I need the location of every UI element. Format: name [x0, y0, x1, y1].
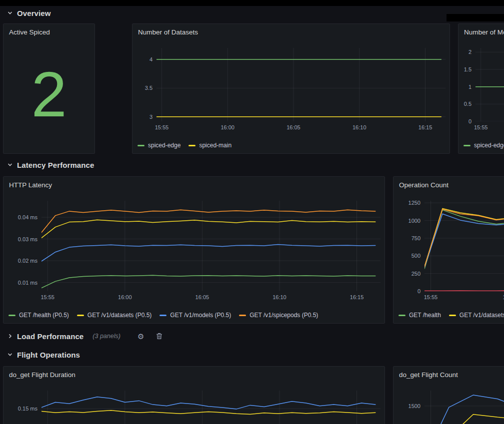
chart-operation-count[interactable]: 02505007501000125015:5516:0016:0516:1016…	[398, 201, 504, 302]
y-axis-label: 250	[398, 270, 420, 277]
stat-value: 2	[4, 41, 94, 147]
panel-active-spiced: Active Spiced 2	[3, 23, 95, 154]
legend-series-label: spiced-edge	[474, 142, 504, 149]
y-axis-label: 1500	[398, 403, 420, 410]
legend-series-color	[449, 315, 456, 316]
legend-series-label: GET /health (P0.5)	[19, 312, 69, 319]
legend-item[interactable]: GET /health	[398, 312, 441, 319]
panel-do-get-flight-count: do_get Flight Count 150015:5516:0016:051…	[393, 366, 504, 424]
legend-series-color	[464, 145, 470, 146]
series-line	[42, 275, 376, 288]
trash-icon[interactable]	[156, 333, 162, 340]
series-line	[424, 415, 504, 424]
legend-series-color	[398, 315, 406, 316]
y-axis-label: 1.5	[462, 66, 472, 73]
y-axis-label: 0.02 ms	[8, 257, 38, 264]
section-panel-count: (3 panels)	[92, 333, 120, 340]
section-row-overview[interactable]: Overview	[7, 7, 51, 19]
chart-legend: spiced-edgespiced-main	[138, 141, 448, 150]
series-line	[42, 397, 376, 409]
section-title: Overview	[17, 9, 51, 17]
chart-do-get-flight-count[interactable]: 150015:5516:0016:0516:1016:15	[398, 391, 504, 424]
chart-legend: GET /healthGET /v1/datasets	[398, 311, 504, 320]
x-axis-label: 15:55	[36, 294, 58, 301]
x-axis-label: 16:15	[414, 124, 436, 131]
section-row-flight-operations[interactable]: Flight Operations	[7, 349, 80, 361]
panel-title[interactable]: HTTP Latency	[4, 177, 384, 189]
y-axis-label: 3	[136, 113, 152, 120]
legend-item[interactable]: spiced-edge	[464, 142, 504, 149]
panel-title[interactable]: do_get Flight Count	[394, 367, 504, 379]
panel-http-latency: HTTP Latency 0.01 ms0.02 ms0.03 ms0.04 m…	[3, 176, 385, 324]
panel-number-of-models: Number of Models 00.511.5215:5516:0016:0…	[458, 23, 504, 154]
chart-do-get-flight-duration[interactable]: 0.15 ms15:5516:0016:0516:1016:15	[8, 391, 380, 424]
plot-area[interactable]	[476, 48, 504, 121]
panel-title[interactable]: do_get Flight Duration	[4, 367, 384, 379]
chevron-down-icon	[7, 352, 13, 358]
panel-do-get-flight-duration: do_get Flight Duration 0.15 ms15:5516:00…	[3, 366, 385, 424]
y-axis-label: 4	[136, 56, 152, 63]
plot-area[interactable]	[424, 201, 504, 291]
x-axis-label: 16:00	[498, 294, 504, 301]
chart-legend: GET /health (P0.5)GET /v1/datasets (P0.5…	[8, 311, 382, 320]
legend-item[interactable]: spiced-main	[188, 142, 232, 149]
chart-http-latency[interactable]: 0.01 ms0.02 ms0.03 ms0.04 ms15:5516:0016…	[8, 201, 380, 302]
gear-icon[interactable]: ⚙	[138, 333, 144, 340]
series-line	[42, 411, 376, 415]
x-axis-label: 15:55	[420, 294, 442, 301]
y-axis-label: 0.15 ms	[8, 405, 38, 412]
legend-series-label: spiced-main	[199, 142, 232, 149]
x-axis-label: 16:00	[114, 294, 136, 301]
section-row-load-performance[interactable]: Load Performance (3 panels) ⚙	[7, 330, 162, 342]
grafana-dashboard: Overview Active Spiced 2 Number of Datas…	[0, 0, 504, 424]
legend-series-label: GET /v1/models (P0.5)	[170, 312, 231, 319]
y-axis-label: 2	[462, 48, 472, 55]
section-title: Load Performance	[17, 332, 84, 341]
legend-series-color	[239, 315, 246, 316]
y-axis-label: 750	[398, 235, 420, 242]
y-axis-label: 0.03 ms	[8, 236, 38, 243]
series-line	[42, 220, 376, 238]
chart-number-of-datasets[interactable]: 33.5415:5516:0016:0516:1016:15	[136, 48, 446, 132]
chart-number-of-models[interactable]: 00.511.5215:5516:0016:0516:1016:15	[462, 48, 504, 132]
legend-series-label: spiced-edge	[148, 142, 180, 149]
legend-series-label: GET /health	[409, 312, 441, 319]
section-title: Flight Operations	[17, 351, 80, 359]
legend-item[interactable]: GET /v1/datasets (P0.5)	[77, 312, 152, 319]
series-line	[424, 395, 504, 424]
x-axis-label: 16:05	[191, 294, 213, 301]
y-axis-label: 0.04 ms	[8, 214, 38, 221]
chart-legend: spiced-edge	[464, 141, 504, 150]
chevron-right-icon	[7, 333, 13, 339]
legend-series-color	[188, 145, 196, 146]
section-row-latency-performance[interactable]: Latency Performance	[7, 159, 94, 171]
panel-title[interactable]: Operation Count	[394, 177, 504, 189]
panel-operation-count: Operation Count 02505007501000125015:551…	[393, 176, 504, 324]
plot-area[interactable]	[42, 201, 380, 291]
series-line	[424, 214, 504, 267]
plot-area[interactable]	[42, 391, 380, 424]
chevron-down-icon	[7, 162, 13, 168]
y-axis-label: 1	[462, 83, 472, 90]
x-axis-label: 15:55	[150, 124, 172, 131]
legend-series-label: GET /v1/datasets	[460, 312, 504, 319]
y-axis-label: 1000	[398, 217, 420, 224]
legend-item[interactable]: spiced-edge	[138, 142, 180, 149]
series-line	[42, 245, 376, 262]
panel-title[interactable]: Active Spiced	[4, 24, 94, 36]
legend-item[interactable]: GET /v1/datasets	[449, 312, 504, 319]
panel-title[interactable]: Number of Datasets	[132, 24, 450, 36]
y-axis-label: 0.01 ms	[8, 279, 38, 286]
x-axis-label: 16:15	[346, 294, 368, 301]
legend-series-label: GET /v1/spicepods (P0.5)	[250, 312, 318, 319]
x-axis-label: 15:55	[470, 124, 492, 131]
legend-item[interactable]: GET /v1/spicepods (P0.5)	[239, 312, 318, 319]
panel-title[interactable]: Number of Models	[458, 24, 504, 36]
plot-area[interactable]	[156, 48, 446, 121]
plot-area[interactable]	[424, 391, 504, 424]
legend-series-color	[77, 315, 84, 316]
legend-item[interactable]: GET /v1/models (P0.5)	[160, 312, 231, 319]
legend-item[interactable]: GET /health (P0.5)	[8, 312, 69, 319]
legend-series-color	[160, 315, 166, 316]
x-axis-label: 16:00	[216, 124, 238, 131]
